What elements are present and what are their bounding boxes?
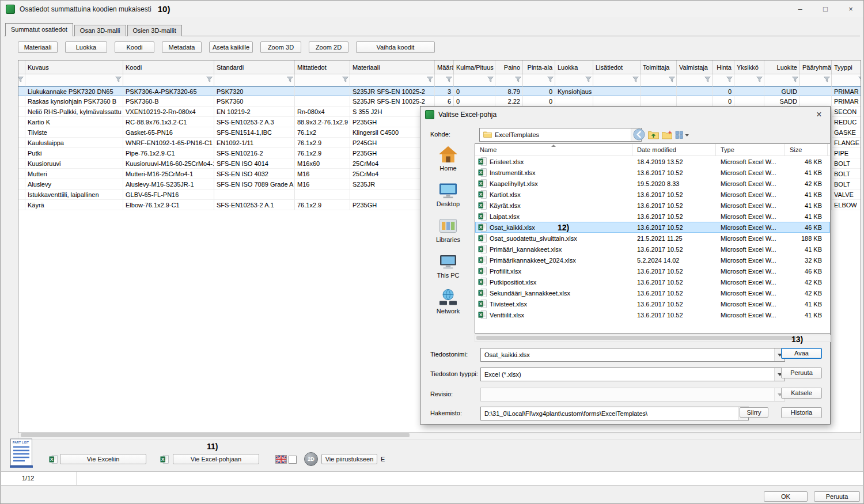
filter-icon[interactable] bbox=[427, 77, 433, 82]
column-header-luokite[interactable]: Luokite bbox=[764, 60, 800, 74]
filter-icon[interactable] bbox=[669, 77, 675, 82]
minimize-button[interactable]: – bbox=[787, 1, 813, 17]
scrollbar-thumb[interactable] bbox=[21, 433, 410, 437]
part-list-icon[interactable]: PART LIST bbox=[9, 438, 33, 468]
new-folder-button[interactable] bbox=[661, 128, 674, 141]
2d-icon[interactable]: 2D bbox=[304, 452, 318, 466]
toolbar-button-aseta-kaikille[interactable]: Aseta kaikille bbox=[209, 41, 253, 53]
filter-cell[interactable] bbox=[677, 74, 713, 86]
column-header-mittatiedot[interactable]: Mittatiedot bbox=[295, 60, 350, 74]
tab-summatut-osatiedot[interactable]: Summatut osatiedot bbox=[5, 23, 73, 36]
column-header-koodi[interactable]: Koodi bbox=[123, 60, 214, 74]
filter-icon[interactable] bbox=[858, 77, 861, 82]
column-header-toimittaja[interactable]: Toimittaja bbox=[641, 60, 677, 74]
export-to-drawing-button[interactable]: Vie piirustukseen bbox=[321, 454, 377, 464]
file-row[interactable]: XInstrumentit.xlsx13.6.2017 10.52Microso… bbox=[475, 167, 830, 178]
column-header-p-ryhm[interactable]: Pääryhmä bbox=[800, 60, 832, 74]
filter-icon[interactable] bbox=[792, 77, 798, 82]
column-header-m-r[interactable]: Määrä bbox=[435, 60, 454, 74]
column-header-valmistaja[interactable]: Valmistaja bbox=[677, 60, 713, 74]
column-header-standardi[interactable]: Standardi bbox=[214, 60, 295, 74]
table-row[interactable]: Liukukannake PSK7320 DN65PSK7306-A-PSK73… bbox=[18, 86, 861, 96]
file-row[interactable]: XOsat_kaikki.xlsx13.6.2017 10.52Microsof… bbox=[475, 222, 830, 233]
filetype-combobox[interactable]: Excel (*.xlsx) bbox=[480, 367, 785, 381]
filter-icon[interactable] bbox=[206, 77, 213, 82]
cancel-button[interactable]: Peruuta bbox=[814, 491, 860, 502]
open-button[interactable]: Avaa bbox=[781, 348, 822, 359]
filter-cell[interactable] bbox=[555, 74, 593, 86]
up-one-level-button[interactable] bbox=[647, 128, 660, 141]
file-row[interactable]: XPrimäärikannakkeet_2024.xlsx5.2.2024 14… bbox=[475, 255, 830, 266]
file-row[interactable]: XProfiilit.xlsx13.6.2017 10.52Microsoft … bbox=[475, 266, 830, 276]
filter-cell[interactable] bbox=[593, 74, 641, 86]
location-combobox[interactable]: ExcelTemplates bbox=[479, 128, 642, 142]
filter-cell[interactable] bbox=[713, 74, 734, 86]
filter-cell[interactable] bbox=[214, 74, 295, 86]
filter-cell[interactable] bbox=[295, 74, 350, 86]
view-button[interactable]: Katsele bbox=[781, 388, 822, 399]
tab-osan-3d-malli[interactable]: Osan 3D-malli bbox=[74, 25, 126, 36]
toolbar-button-luokka[interactable]: Luokka bbox=[65, 41, 107, 53]
tab-osien-3d-mallit[interactable]: Osien 3D-mallit bbox=[127, 25, 182, 36]
filter-cell[interactable] bbox=[800, 74, 832, 86]
file-list-scrollbar[interactable] bbox=[475, 335, 831, 342]
filter-icon[interactable] bbox=[756, 77, 763, 82]
filter-icon[interactable] bbox=[446, 77, 452, 82]
toolbar-button-materiaali[interactable]: Materiaali bbox=[18, 41, 58, 53]
file-row[interactable]: XOsat_suodatettu_sivuittain.xlsx21.5.202… bbox=[475, 233, 830, 244]
filter-icon[interactable] bbox=[547, 77, 554, 82]
file-list-scrollbar-thumb[interactable] bbox=[476, 336, 796, 340]
filter-cell[interactable] bbox=[18, 74, 25, 86]
views-menu-button[interactable] bbox=[674, 128, 691, 141]
column-header-hinta[interactable]: Hinta bbox=[713, 60, 734, 74]
toolbar-button-zoom-2d[interactable]: Zoom 2D bbox=[309, 41, 348, 53]
column-header-kuvaus[interactable]: Kuvaus bbox=[25, 60, 123, 74]
sidebar-item-this-pc[interactable]: This PC bbox=[424, 253, 472, 279]
export-to-excel-button[interactable]: Vie Exceliin bbox=[60, 454, 146, 464]
filter-icon[interactable] bbox=[632, 77, 639, 82]
filter-icon[interactable] bbox=[515, 77, 521, 82]
column-header-indicator[interactable] bbox=[18, 60, 25, 74]
toolbar-button-metadata[interactable]: Metadata bbox=[162, 41, 202, 53]
uk-flag-icon[interactable] bbox=[275, 455, 287, 464]
english-checkbox[interactable] bbox=[289, 456, 297, 464]
dialog-close-button[interactable]: × bbox=[812, 108, 827, 121]
filter-cell[interactable] bbox=[25, 74, 123, 86]
column-header-paino[interactable]: Paino bbox=[495, 60, 523, 74]
table-row[interactable]: Raskas kynsiohjain PSK7360 BPSK7360-BPSK… bbox=[18, 96, 861, 107]
sidebar-item-home[interactable]: Home bbox=[424, 146, 472, 172]
filter-icon[interactable] bbox=[726, 77, 733, 82]
column-header-materiaali[interactable]: Materiaali bbox=[350, 60, 435, 74]
export-to-excel-template-button[interactable]: Vie Excel-pohjaan bbox=[173, 454, 259, 464]
ok-button[interactable]: OK bbox=[764, 491, 808, 502]
filter-icon[interactable] bbox=[824, 77, 830, 82]
column-header-kulma-pituus[interactable]: Kulma/Pituus bbox=[454, 60, 495, 74]
filter-cell[interactable] bbox=[123, 74, 214, 86]
file-row[interactable]: XKartiot.xlsx13.6.2017 10.52Microsoft Ex… bbox=[475, 189, 830, 200]
file-row[interactable]: XPutkipositiot.xlsx13.6.2017 10.52Micros… bbox=[475, 276, 830, 287]
filename-combobox[interactable]: Osat_kaikki.xlsx bbox=[480, 348, 785, 362]
file-row[interactable]: XLaipat.xlsx13.6.2017 10.52Microsoft Exc… bbox=[475, 211, 830, 222]
filter-cell[interactable] bbox=[764, 74, 800, 86]
column-header-yksikk[interactable]: Yksikkö bbox=[734, 60, 764, 74]
column-header-tyyppi[interactable]: Tyyppi bbox=[832, 60, 861, 74]
filter-cell[interactable] bbox=[832, 74, 861, 86]
filter-icon[interactable] bbox=[18, 77, 24, 82]
filter-icon[interactable] bbox=[585, 77, 592, 82]
dialog-cancel-button[interactable]: Peruuta bbox=[781, 367, 822, 378]
file-row[interactable]: XEristeet.xlsx18.4.2019 13.52Microsoft E… bbox=[475, 156, 830, 167]
filter-cell[interactable] bbox=[734, 74, 764, 86]
directory-combobox[interactable]: D:\31_0\Local\FI\vxg4plant\custom\forms\… bbox=[480, 407, 749, 420]
column-header-luokka[interactable]: Luokka bbox=[555, 60, 593, 74]
file-list-column-date-modified[interactable]: Date modified bbox=[632, 144, 716, 156]
filter-icon[interactable] bbox=[115, 77, 122, 82]
filter-cell[interactable] bbox=[641, 74, 677, 86]
file-row[interactable]: XSekundääri_kannakkeet.xlsx13.6.2017 10.… bbox=[475, 287, 830, 298]
file-list-column-name[interactable]: Name bbox=[475, 144, 632, 156]
filter-cell[interactable] bbox=[350, 74, 435, 86]
filter-cell[interactable] bbox=[495, 74, 523, 86]
sidebar-item-libraries[interactable]: Libraries bbox=[424, 217, 472, 243]
file-row[interactable]: XPrimääri_kannakkeet.xlsx13.6.2017 10.52… bbox=[475, 244, 830, 255]
toolbar-button-koodi[interactable]: Koodi bbox=[115, 41, 154, 53]
toolbar-button-vaihda-koodit[interactable]: Vaihda koodit bbox=[356, 41, 435, 53]
